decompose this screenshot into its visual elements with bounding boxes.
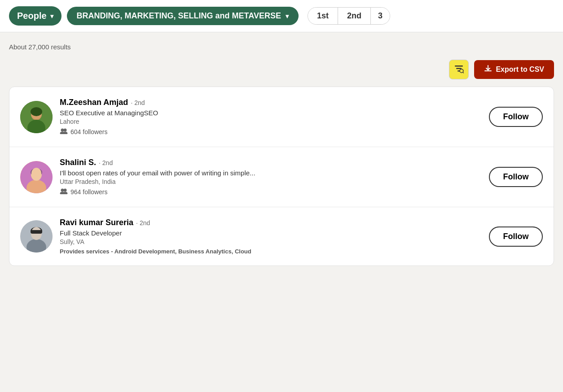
svg-point-9 (31, 107, 42, 116)
person-name: M.Zeeshan Amjad (60, 98, 128, 107)
top-bar: People ▾ BRANDING, MARKETING, SELLING an… (0, 0, 563, 32)
person-name: Shalini S. (60, 158, 96, 167)
person-services: Provides services - Android Development,… (60, 248, 482, 255)
person-name-row: Shalini S. · 2nd (60, 158, 482, 167)
svg-point-10 (61, 129, 64, 132)
avatar (20, 101, 53, 133)
connection-badge: · 2nd (131, 99, 145, 106)
followers-icon (60, 188, 68, 196)
avatar (20, 220, 53, 253)
connection-badge: · 2nd (136, 219, 150, 226)
svg-line-4 (463, 72, 464, 73)
export-csv-button[interactable]: Export to CSV (474, 60, 554, 79)
export-label: Export to CSV (496, 65, 544, 74)
person-name: Ravi kumar Sureria (60, 218, 133, 227)
followers-count: 964 followers (70, 188, 108, 196)
results-list: M.Zeeshan Amjad · 2nd SEO Executive at M… (9, 87, 554, 266)
person-title: SEO Executive at ManagingSEO (60, 109, 482, 117)
person-location: Sully, VA (60, 238, 482, 245)
main-content: About 27,000 results Export to (0, 32, 563, 277)
connection-tabs: 1st 2nd 3 (308, 7, 390, 25)
avatar (20, 161, 53, 193)
person-location: Lahore (60, 118, 482, 125)
search-tag-label: BRANDING, MARKETING, SELLING and METAVER… (77, 11, 281, 21)
person-info: Shalini S. · 2nd I'll boost open rates o… (60, 158, 482, 196)
svg-point-19 (61, 189, 64, 192)
person-name-row: M.Zeeshan Amjad · 2nd (60, 98, 482, 107)
toolbar: Export to CSV (9, 60, 554, 79)
search-filter-icon (454, 64, 464, 76)
followers-icon (60, 128, 68, 136)
people-chevron: ▾ (50, 13, 53, 20)
svg-point-20 (64, 189, 67, 192)
follow-button[interactable]: Follow (489, 167, 543, 187)
connection-tab-3rd[interactable]: 3 (371, 8, 390, 24)
svg-rect-0 (455, 65, 463, 67)
person-card: Ravi kumar Sureria · 2nd Full Stack Deve… (9, 207, 554, 266)
person-card: M.Zeeshan Amjad · 2nd SEO Executive at M… (9, 87, 554, 147)
follow-button[interactable]: Follow (489, 107, 543, 127)
svg-rect-28 (31, 230, 42, 234)
results-count: About 27,000 results (9, 43, 554, 51)
person-info: Ravi kumar Sureria · 2nd Full Stack Deve… (60, 218, 482, 255)
followers-row: 604 followers (60, 128, 482, 136)
followers-count: 604 followers (70, 128, 108, 135)
person-location: Uttar Pradesh, India (60, 178, 482, 185)
connection-tab-1st[interactable]: 1st (308, 8, 338, 24)
svg-point-18 (31, 168, 41, 179)
search-tag-button[interactable]: BRANDING, MARKETING, SELLING and METAVER… (67, 7, 299, 25)
people-filter-button[interactable]: People ▾ (9, 6, 62, 26)
search-tag-chevron: ▾ (286, 13, 289, 20)
export-icon (484, 65, 492, 74)
person-card: Shalini S. · 2nd I'll boost open rates o… (9, 147, 554, 207)
connection-tab-2nd[interactable]: 2nd (338, 8, 371, 24)
people-label: People (17, 11, 47, 21)
connection-badge: · 2nd (99, 159, 113, 166)
person-name-row: Ravi kumar Sureria · 2nd (60, 218, 482, 227)
person-title: Full Stack Developer (60, 229, 482, 237)
svg-point-11 (64, 129, 67, 132)
person-info: M.Zeeshan Amjad · 2nd SEO Executive at M… (60, 98, 482, 136)
person-title: I'll boost open rates of your email with… (60, 169, 482, 177)
followers-row: 964 followers (60, 188, 482, 196)
search-filter-icon-button[interactable] (449, 60, 469, 79)
follow-button[interactable]: Follow (489, 226, 543, 247)
